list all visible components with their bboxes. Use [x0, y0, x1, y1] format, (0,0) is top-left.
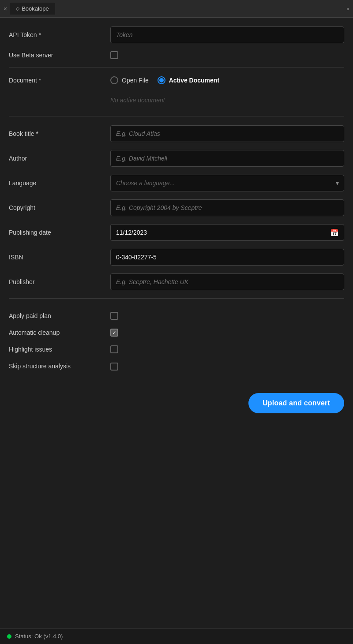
upload-button-row: Upload and convert: [0, 389, 353, 422]
skip-structure-row: Skip structure analysis: [9, 362, 344, 371]
status-bar: Status: Ok (v1.4.0): [0, 628, 353, 644]
divider-2: [9, 116, 344, 116]
radio-open-file[interactable]: Open File: [110, 76, 149, 84]
title-bar: × ◇ Bookalope «: [0, 0, 353, 18]
collapse-icon[interactable]: «: [346, 6, 349, 12]
close-icon[interactable]: ×: [4, 5, 7, 12]
skip-structure-checkbox-wrapper: [110, 363, 118, 371]
automatic-cleanup-label: Automatic cleanup: [9, 329, 110, 336]
publisher-label: Publisher: [9, 278, 110, 285]
diamond-icon: ◇: [16, 6, 19, 11]
document-row: Document * Open File Active Document: [9, 76, 344, 84]
highlight-issues-checkbox[interactable]: [110, 345, 118, 353]
automatic-cleanup-checkbox[interactable]: [110, 329, 118, 337]
book-title-row: Book title *: [9, 125, 344, 142]
highlight-issues-checkbox-wrapper: [110, 345, 118, 353]
title-tab[interactable]: ◇ Bookalope: [10, 3, 55, 15]
document-label: Document *: [9, 77, 110, 84]
skip-structure-checkbox[interactable]: [110, 363, 118, 371]
automatic-cleanup-row: Automatic cleanup: [9, 329, 344, 337]
title-bar-left: × ◇ Bookalope: [4, 3, 55, 15]
form-content: API Token * Use Beta server Document * O…: [0, 18, 353, 299]
language-label: Language: [9, 180, 110, 187]
author-label: Author: [9, 155, 110, 162]
divider-1: [9, 67, 344, 67]
automatic-cleanup-checkbox-wrapper: [110, 329, 118, 337]
radio-active-document-circle: [158, 76, 165, 84]
isbn-input[interactable]: [110, 249, 344, 266]
apply-paid-plan-label: Apply paid plan: [9, 312, 110, 319]
publishing-date-label: Publishing date: [9, 229, 110, 236]
publishing-date-row: Publishing date 📅: [9, 224, 344, 241]
app-title: Bookalope: [22, 5, 49, 12]
api-token-label: API Token *: [9, 31, 110, 38]
radio-active-document-label: Active Document: [169, 77, 219, 84]
highlight-issues-label: Highlight issues: [9, 346, 110, 353]
bottom-section: Apply paid plan Automatic cleanup Highli…: [0, 307, 353, 389]
no-active-doc-row: No active document: [9, 92, 344, 108]
document-radio-group: Open File Active Document: [110, 76, 344, 84]
beta-server-label: Use Beta server: [9, 52, 110, 59]
radio-open-file-label: Open File: [122, 77, 149, 84]
beta-server-checkbox-wrapper: [110, 51, 118, 59]
copyright-input[interactable]: [110, 199, 344, 216]
apply-paid-plan-checkbox-wrapper: [110, 312, 118, 320]
isbn-row: ISBN: [9, 249, 344, 266]
copyright-label: Copyright: [9, 204, 110, 211]
author-input[interactable]: [110, 150, 344, 167]
language-select-wrapper: Choose a language... ▾: [110, 175, 344, 191]
apply-paid-plan-row: Apply paid plan: [9, 312, 344, 320]
apply-paid-plan-checkbox[interactable]: [110, 312, 118, 320]
language-select[interactable]: Choose a language...: [110, 175, 344, 191]
book-title-label: Book title *: [9, 130, 110, 137]
status-indicator: [7, 634, 11, 639]
author-row: Author: [9, 150, 344, 167]
no-active-doc-text: No active document: [110, 97, 165, 108]
radio-active-document[interactable]: Active Document: [158, 76, 219, 84]
beta-server-row: Use Beta server: [9, 51, 344, 59]
isbn-label: ISBN: [9, 254, 110, 261]
publisher-input[interactable]: [110, 273, 344, 290]
status-text: Status: Ok (v1.4.0): [15, 633, 63, 640]
calendar-icon: 📅: [330, 228, 339, 237]
document-section: Document * Open File Active Document No …: [9, 76, 344, 108]
radio-open-file-circle: [110, 76, 118, 84]
beta-server-checkbox[interactable]: [110, 51, 118, 59]
skip-structure-label: Skip structure analysis: [9, 362, 110, 371]
publishing-date-input[interactable]: [110, 224, 344, 241]
publisher-row: Publisher: [9, 273, 344, 290]
api-token-input[interactable]: [110, 26, 344, 43]
divider-3: [9, 298, 344, 299]
copyright-row: Copyright: [9, 199, 344, 216]
highlight-issues-row: Highlight issues: [9, 345, 344, 353]
publishing-date-wrapper: 📅: [110, 224, 344, 241]
upload-convert-button[interactable]: Upload and convert: [248, 393, 344, 413]
language-row: Language Choose a language... ▾: [9, 175, 344, 191]
book-title-input[interactable]: [110, 125, 344, 142]
api-token-row: API Token *: [9, 26, 344, 43]
